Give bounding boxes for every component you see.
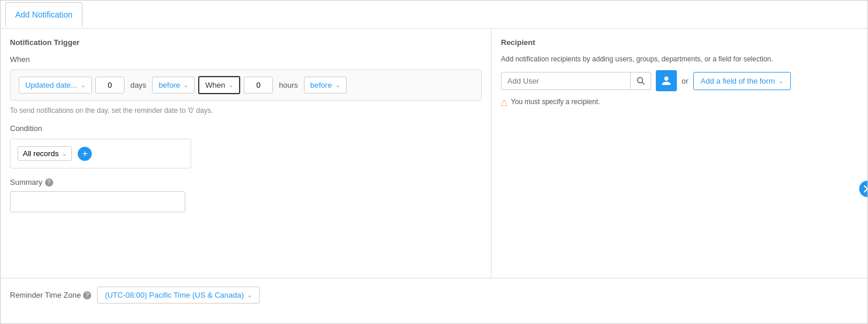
recipient-row: or Add a field of the form ⌄ bbox=[501, 70, 858, 91]
add-field-chevron-icon: ⌄ bbox=[779, 78, 783, 84]
timezone-chevron-icon: ⌄ bbox=[247, 292, 252, 298]
summary-help-icon[interactable]: ? bbox=[45, 178, 53, 187]
warning-icon: △ bbox=[501, 97, 507, 106]
close-icon bbox=[864, 185, 868, 192]
when-row-container: Updated date... ⌄ days before ⌄ When ⌄ h… bbox=[10, 70, 482, 101]
condition-box: All records ⌄ + bbox=[10, 139, 191, 168]
add-user-input[interactable] bbox=[502, 73, 630, 89]
add-notification-tab[interactable]: Add Notification bbox=[5, 2, 82, 26]
main-layout: Notification Trigger When Updated date..… bbox=[1, 29, 867, 278]
search-icon bbox=[637, 77, 645, 85]
close-button[interactable] bbox=[859, 181, 868, 197]
date-chevron-icon: ⌄ bbox=[81, 82, 85, 88]
condition-dropdown[interactable]: All records ⌄ bbox=[18, 146, 72, 161]
left-panel: Notification Trigger When Updated date..… bbox=[1, 29, 492, 278]
when-label: When bbox=[10, 55, 482, 64]
before-dropdown-2[interactable]: before ⌄ bbox=[304, 77, 347, 94]
warning-row: △ You must specify a recipient. bbox=[501, 97, 858, 106]
hours-unit-label: hours bbox=[276, 77, 300, 93]
before2-chevron-icon: ⌄ bbox=[336, 82, 340, 88]
notification-trigger-title: Notification Trigger bbox=[10, 38, 482, 47]
days-input[interactable] bbox=[95, 77, 125, 94]
tab-bar: Add Notification bbox=[1, 1, 867, 29]
timezone-help-icon[interactable]: ? bbox=[83, 291, 91, 299]
condition-chevron-icon: ⌄ bbox=[62, 150, 67, 157]
search-button[interactable] bbox=[630, 73, 651, 89]
recipient-title: Recipient bbox=[501, 38, 858, 47]
person-icon bbox=[661, 75, 672, 86]
timezone-label: Reminder Time Zone bbox=[10, 291, 81, 299]
add-field-button[interactable]: Add a field of the form ⌄ bbox=[693, 72, 791, 90]
hours-input[interactable] bbox=[244, 77, 273, 94]
summary-input[interactable] bbox=[10, 191, 185, 212]
when-dropdown[interactable]: When ⌄ bbox=[198, 76, 240, 94]
before1-chevron-icon: ⌄ bbox=[184, 82, 188, 88]
before-dropdown-1[interactable]: before ⌄ bbox=[152, 77, 195, 94]
user-icon-button[interactable] bbox=[656, 70, 677, 91]
when-chevron-icon: ⌄ bbox=[229, 82, 233, 88]
warning-text: You must specify a recipient. bbox=[511, 98, 600, 106]
date-dropdown[interactable]: Updated date... ⌄ bbox=[19, 77, 92, 94]
reminder-hint: To send notifications on the day, set th… bbox=[10, 106, 482, 115]
summary-label: Summary ? bbox=[10, 178, 482, 187]
add-user-search-box bbox=[501, 72, 651, 90]
add-condition-button[interactable]: + bbox=[78, 147, 92, 161]
recipient-hint: Add notification recipients by adding us… bbox=[501, 55, 858, 63]
or-text: or bbox=[682, 77, 689, 85]
days-unit-label: days bbox=[128, 77, 148, 93]
bottom-bar: Reminder Time Zone ? (UTC-08:00) Pacific… bbox=[1, 278, 867, 312]
timezone-label-container: Reminder Time Zone ? bbox=[10, 291, 91, 299]
condition-label: Condition bbox=[10, 124, 482, 133]
timezone-dropdown[interactable]: (UTC-08:00) Pacific Time (US & Canada) ⌄ bbox=[97, 287, 260, 304]
svg-line-1 bbox=[642, 82, 645, 85]
right-panel: Recipient Add notification recipients by… bbox=[492, 29, 867, 278]
